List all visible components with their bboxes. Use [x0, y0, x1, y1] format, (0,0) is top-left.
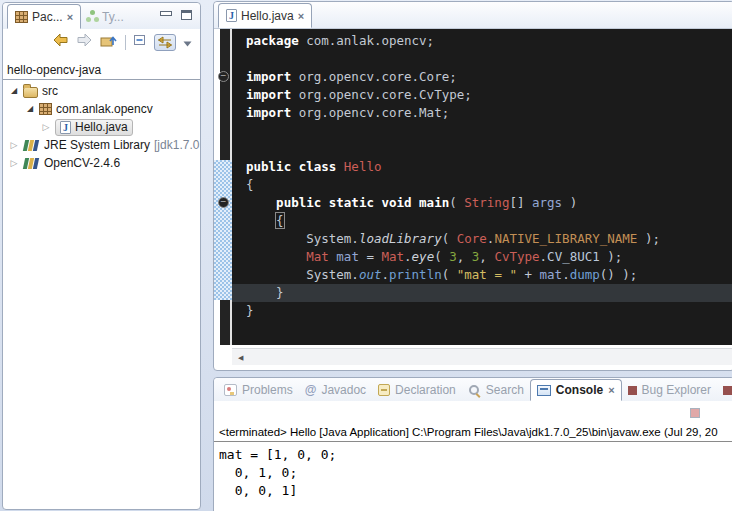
- code-line: {: [232, 176, 732, 194]
- tab-search[interactable]: Search: [462, 379, 530, 401]
- search-icon: [468, 384, 481, 397]
- console-output[interactable]: mat = [1, 0, 0; 0, 1, 0; 0, 0, 1]: [214, 442, 732, 500]
- up-folder-icon[interactable]: [100, 33, 118, 52]
- type-hierarchy-icon: [86, 10, 98, 23]
- console-panel: Problems@JavadocDeclarationSearchConsole…: [213, 377, 732, 511]
- view-window-buttons: [160, 10, 192, 20]
- package-explorer-panel: Pac... Ty... hello-opencv-java srccom: [2, 2, 201, 510]
- tab-label: Ty...: [102, 10, 124, 24]
- close-icon[interactable]: [67, 12, 73, 22]
- editor-tab-bar: J Hello.java: [214, 2, 732, 28]
- code-line: import org.opencv.core.Core;: [232, 68, 732, 86]
- tree-item-label: OpenCV-2.4.6: [44, 156, 120, 170]
- bug-icon: [628, 386, 637, 395]
- project-name: hello-opencv-java: [7, 63, 101, 77]
- range-indicator: [214, 160, 232, 300]
- tab-label: Console: [556, 383, 603, 397]
- code-line: }: [232, 302, 732, 320]
- code-line: System.loadLibrary( Core.NATIVE_LIBRARY_…: [232, 230, 732, 248]
- tab-javadoc[interactable]: @Javadoc: [299, 379, 372, 401]
- tab-hello-java[interactable]: J Hello.java: [218, 3, 312, 28]
- minimize-icon[interactable]: [160, 10, 171, 20]
- code-line: [232, 50, 732, 68]
- maximize-icon[interactable]: [181, 10, 192, 20]
- code-line: [232, 140, 732, 158]
- tree-item-hello-java[interactable]: JHello.java: [3, 118, 200, 136]
- javadoc-icon: @: [305, 383, 317, 397]
- console-tab-bar: Problems@JavadocDeclarationSearchConsole…: [214, 378, 732, 401]
- library-icon: [23, 157, 40, 170]
- close-icon[interactable]: [298, 11, 304, 21]
- tab-label: Javadoc: [321, 383, 366, 397]
- code-line: Mat mat = Mat.eye( 3, 3, CvType.CV_8UC1 …: [232, 248, 732, 266]
- tree-item-label: com.anlak.opencv: [56, 102, 153, 116]
- code-line: [232, 122, 732, 140]
- java-file-icon: J: [60, 121, 71, 134]
- close-icon[interactable]: [608, 385, 614, 395]
- selected-item-box[interactable]: JHello.java: [55, 119, 133, 136]
- terminate-icon[interactable]: [690, 408, 700, 418]
- code-line: }: [232, 284, 732, 302]
- tab-label: Hello.java: [241, 9, 294, 23]
- expand-arrow-icon[interactable]: [9, 140, 19, 151]
- tab-problems[interactable]: Problems: [218, 379, 299, 401]
- tree-item-opencv-2-4-6[interactable]: OpenCV-2.4.6: [3, 154, 200, 172]
- collapse-arrow-icon[interactable]: [25, 104, 35, 114]
- code-line: package com.anlak.opencv;: [232, 32, 732, 50]
- code-line: public static void main( String[] args ): [232, 194, 732, 212]
- link-with-editor-icon[interactable]: [154, 34, 176, 51]
- java-file-icon: J: [226, 9, 237, 22]
- expand-arrow-icon[interactable]: [41, 122, 51, 133]
- tab-declaration[interactable]: Declaration: [372, 379, 462, 401]
- console-status: <terminated> Hello [Java Application] C:…: [214, 424, 732, 442]
- fold-marker-imports[interactable]: [218, 71, 229, 82]
- package-explorer-tree: srccom.anlak.opencvJHello.javaJRE System…: [3, 80, 200, 172]
- folder-icon: [23, 87, 38, 98]
- tab-label: Pac...: [32, 10, 63, 24]
- toolbar-separator: [125, 35, 126, 50]
- tab-label: Declaration: [395, 383, 456, 397]
- tab-bug[interactable]: Bug: [717, 379, 732, 401]
- collapse-all-icon[interactable]: [133, 33, 147, 51]
- package-explorer-toolbar: [3, 29, 200, 55]
- bug-icon: [723, 386, 732, 395]
- fold-marker-main[interactable]: [218, 197, 229, 208]
- tab-label: Search: [486, 383, 524, 397]
- problems-icon: [224, 384, 237, 396]
- package-icon: [39, 103, 52, 115]
- collapse-arrow-icon[interactable]: [9, 86, 19, 96]
- tree-item-label: src: [42, 84, 58, 98]
- library-icon: [23, 139, 40, 152]
- code-area[interactable]: package com.anlak.opencv;import org.open…: [232, 29, 732, 345]
- tab-bug-explorer[interactable]: Bug Explorer: [622, 379, 717, 401]
- tree-item-src[interactable]: src: [3, 82, 200, 100]
- view-menu-icon[interactable]: [183, 33, 192, 51]
- expand-arrow-icon[interactable]: [9, 158, 19, 169]
- editor-horizontal-scrollbar[interactable]: [232, 348, 732, 365]
- tab-type-hierarchy[interactable]: Ty...: [79, 4, 131, 29]
- editor-panel: J Hello.java package com.anlak.opencv;im…: [213, 1, 732, 371]
- declaration-icon: [378, 384, 390, 396]
- package-explorer-icon: [15, 11, 28, 23]
- tree-item-project[interactable]: hello-opencv-java: [3, 62, 200, 80]
- tree-item-jre-system-library[interactable]: JRE System Library [jdk1.7.0: [3, 136, 200, 154]
- console-icon: [537, 385, 551, 396]
- code-line: {: [232, 212, 732, 230]
- annotation-ruler[interactable]: [214, 29, 232, 345]
- tab-label: Bug Explorer: [642, 383, 711, 397]
- tab-console[interactable]: Console: [530, 379, 622, 401]
- tab-package-explorer[interactable]: Pac...: [7, 4, 81, 29]
- eclipse-window: Pac... Ty... hello-opencv-java srccom: [0, 0, 732, 511]
- tree-item-com-anlak-opencv[interactable]: com.anlak.opencv: [3, 100, 200, 118]
- tree-item-label: JRE System Library: [44, 138, 150, 152]
- tab-label: Problems: [242, 383, 293, 397]
- forward-icon[interactable]: [76, 33, 93, 51]
- tree-item-label: Hello.java: [75, 120, 128, 134]
- code-line: import org.opencv.core.CvType;: [232, 86, 732, 104]
- back-icon[interactable]: [52, 33, 69, 51]
- package-explorer-header: Pac... Ty...: [3, 3, 200, 29]
- code-line: public class Hello: [232, 158, 732, 176]
- console-toolbar: [214, 401, 732, 424]
- code-zone: package com.anlak.opencv;import org.open…: [214, 28, 732, 345]
- tree-item-suffix: [jdk1.7.0: [154, 138, 199, 152]
